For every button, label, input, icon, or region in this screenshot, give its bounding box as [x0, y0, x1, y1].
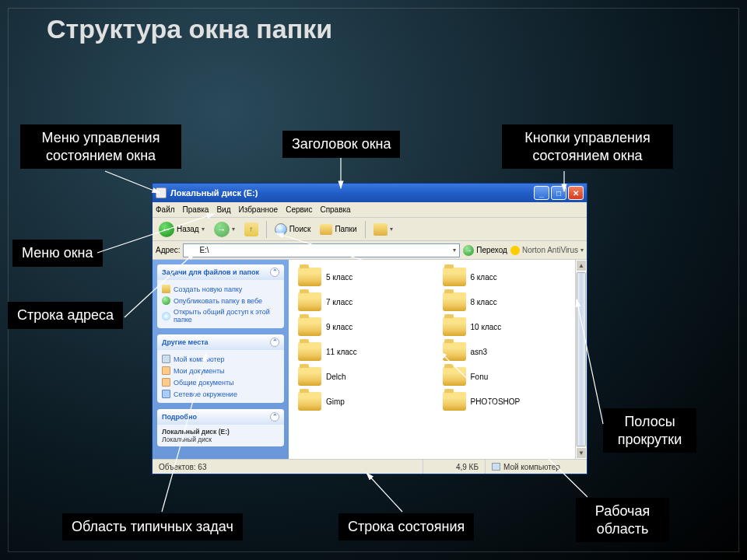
label-scrollbars: Полосы прокрутки	[603, 408, 696, 453]
search-icon	[275, 223, 287, 236]
sidebar: Задачи для файлов и папок ⌃ Создать нову…	[153, 260, 289, 459]
places-panel: Другие места ⌃ Мой компьютер Мои докумен…	[157, 334, 284, 403]
folder-label: PHOTOSHOP	[471, 397, 521, 406]
norton-button[interactable]: Norton AntiVirus ▾	[510, 246, 584, 255]
folder-icon	[298, 268, 321, 286]
folder-item[interactable]: 11 класс	[298, 342, 433, 361]
folder-icon	[443, 317, 466, 336]
folder-label: Delch	[326, 373, 346, 381]
details-body: Локальный диск (E:) Локальный диск	[157, 425, 284, 446]
status-objects: Объектов: 63	[153, 460, 423, 474]
details-panel: Подробно ⌃ Локальный диск (E:) Локальный…	[157, 409, 284, 446]
forward-button[interactable]: → ▾	[211, 220, 238, 239]
place-shared-docs[interactable]: Общие документы	[162, 376, 279, 388]
folder-label: 5 класс	[326, 273, 352, 282]
menu-help[interactable]: Справка	[320, 205, 350, 214]
window-title: Локальный диск (E:)	[170, 188, 258, 198]
close-button[interactable]: ✕	[568, 186, 584, 200]
menubar: Файл Правка Вид Избранное Сервис Справка	[153, 202, 587, 218]
folder-icon	[162, 285, 170, 293]
back-button[interactable]: ← Назад ▾	[156, 220, 208, 239]
dropdown-icon: ▾	[390, 226, 393, 233]
folder-item[interactable]: asn3	[443, 342, 578, 361]
address-label: Адрес:	[156, 246, 180, 254]
window-controls: _ □ ✕	[534, 186, 584, 200]
computer-icon	[492, 463, 500, 471]
menu-edit[interactable]: Правка	[183, 205, 209, 214]
folder-item[interactable]: Fonu	[443, 367, 578, 386]
menu-file[interactable]: Файл	[156, 205, 175, 214]
label-window-buttons: Кнопки управления состоянием окна	[502, 124, 673, 169]
go-button[interactable]: → Переход	[463, 245, 507, 256]
globe-icon	[162, 296, 170, 305]
folders-grid: 5 класс6 класс7 класс8 класс9 класс10 кл…	[289, 260, 587, 418]
scrollbar-vertical[interactable]: ▲ ▼	[575, 260, 587, 459]
folder-label: Fonu	[471, 373, 489, 381]
folder-icon	[443, 367, 466, 386]
go-label: Переход	[476, 246, 507, 254]
folder-label: 11 класс	[326, 348, 357, 356]
address-field[interactable]: E:\ ▾	[183, 243, 460, 257]
maximize-button[interactable]: □	[551, 186, 566, 200]
statusbar: Объектов: 63 4,9 КБ Мой компьютер	[153, 459, 587, 474]
menu-favorites[interactable]: Избранное	[238, 205, 278, 214]
tasks-header-label: Задачи для файлов и папок	[162, 268, 259, 276]
label-window-menu: Меню окна	[12, 240, 103, 267]
folder-item[interactable]: 10 класс	[443, 317, 578, 336]
task-new-folder[interactable]: Создать новую папку	[162, 283, 279, 295]
tasks-body: Создать новую папку Опубликовать папку в…	[157, 280, 284, 328]
places-header-label: Другие места	[162, 338, 209, 346]
norton-icon	[510, 246, 520, 255]
place-network[interactable]: Сетевое окружение	[162, 388, 279, 400]
collapse-icon: ⌃	[270, 412, 279, 422]
views-button[interactable]: ▾	[370, 222, 396, 237]
scroll-thumb[interactable]	[577, 272, 586, 446]
tasks-header[interactable]: Задачи для файлов и папок ⌃	[157, 264, 284, 280]
toolbar: ← Назад ▾ → ▾ ↑ Поиск Папки ▾	[153, 218, 587, 241]
folder-item[interactable]: PHOTOSHOP	[443, 392, 578, 411]
label-work-area: Рабочая область	[576, 498, 669, 542]
addressbar: Адрес: E:\ ▾ → Переход Norton AntiVirus …	[153, 241, 587, 260]
menu-view[interactable]: Вид	[216, 205, 230, 214]
label-title-bar: Заголовок окна	[282, 131, 400, 158]
folders-button[interactable]: Папки	[317, 222, 359, 236]
address-value: E:\	[199, 246, 209, 254]
folder-icon	[298, 392, 321, 411]
place-my-computer[interactable]: Мой компьютер	[162, 353, 279, 365]
titlebar[interactable]: Локальный диск (E:) _ □ ✕	[153, 184, 587, 202]
places-header[interactable]: Другие места ⌃	[157, 334, 284, 350]
place-my-documents[interactable]: Мои документы	[162, 365, 279, 376]
folder-icon	[443, 392, 466, 411]
share-icon	[162, 312, 170, 320]
folder-item[interactable]: Gimp	[298, 392, 433, 411]
folder-item[interactable]: 5 класс	[298, 268, 433, 286]
folder-label: 7 класс	[326, 298, 352, 306]
folder-icon	[298, 342, 321, 361]
up-button[interactable]: ↑	[241, 221, 261, 238]
menu-tools[interactable]: Сервис	[286, 205, 312, 214]
tasks-panel: Задачи для файлов и папок ⌃ Создать нову…	[157, 264, 284, 328]
scroll-down-icon[interactable]: ▼	[576, 447, 587, 459]
content-area[interactable]: 5 класс6 класс7 класс8 класс9 класс10 кл…	[289, 260, 587, 459]
collapse-icon: ⌃	[270, 268, 279, 277]
folder-icon	[443, 268, 466, 286]
task-publish[interactable]: Опубликовать папку в вебе	[162, 295, 279, 306]
label-status-bar: Строка состояния	[338, 513, 474, 541]
task-share[interactable]: Открыть общий доступ к этой папке	[162, 306, 279, 325]
minimize-button[interactable]: _	[534, 186, 549, 200]
folder-item[interactable]: 9 класс	[298, 317, 433, 336]
drive-icon	[187, 246, 196, 255]
folder-item[interactable]: 7 класс	[298, 292, 433, 311]
folder-item[interactable]: Delch	[298, 367, 433, 386]
folder-item[interactable]: 6 класс	[443, 268, 578, 286]
views-icon	[374, 223, 388, 236]
folder-icon	[298, 292, 321, 311]
search-button[interactable]: Поиск	[272, 222, 314, 237]
details-header[interactable]: Подробно ⌃	[157, 409, 284, 425]
places-body: Мой компьютер Мои документы Общие докуме…	[157, 350, 284, 403]
folder-label: 9 класс	[326, 323, 352, 331]
back-icon: ←	[159, 222, 174, 237]
folder-item[interactable]: 8 класс	[443, 292, 578, 311]
label-menu-control: Меню управления состоянием окна	[20, 124, 181, 169]
scroll-up-icon[interactable]: ▲	[576, 260, 587, 271]
